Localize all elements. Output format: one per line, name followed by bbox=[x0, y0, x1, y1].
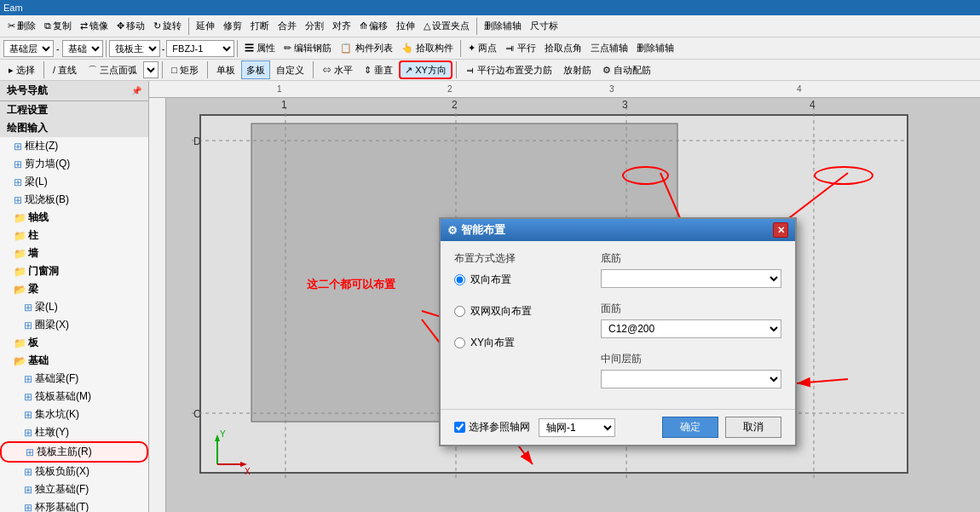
sidebar-item-ring-beam[interactable]: ⊞ 圈梁(X) bbox=[0, 316, 148, 334]
sidebar-item-cup-foundation[interactable]: ⊞ 杯形基础(T) bbox=[0, 498, 148, 512]
sidebar-item-sump[interactable]: ⊞ 集水坑(K) bbox=[0, 406, 148, 423]
smart-layout-dialog[interactable]: ⚙ 智能布置 ✕ 布置方式选择 双向布置 bbox=[439, 217, 797, 446]
sidebar-item-frame-col[interactable]: ⊞ 框柱(Z) bbox=[0, 137, 148, 155]
axis-checkbox-label[interactable]: 选择参照轴网 bbox=[454, 420, 530, 434]
dialog-close-button[interactable]: ✕ bbox=[773, 222, 788, 238]
sidebar-item-project-settings[interactable]: 工程设置 bbox=[0, 101, 148, 119]
cancel-button[interactable]: 取消 bbox=[725, 417, 781, 438]
dialog-body: 布置方式选择 双向布置 双网双向布置 bbox=[441, 241, 795, 409]
col-cap-icon: ⊞ bbox=[24, 427, 32, 439]
extend-btn[interactable]: 延伸 bbox=[192, 18, 219, 34]
sidebar-item-isolated-foundation[interactable]: ⊞ 独立基础(F) bbox=[0, 480, 148, 498]
sump-label: 集水坑(K) bbox=[35, 407, 79, 422]
vertical-btn[interactable]: ⇕ 垂直 bbox=[359, 60, 398, 79]
sidebar-section-opening[interactable]: 📁 门窗洞 bbox=[0, 262, 148, 280]
arc-select[interactable]: ▼ bbox=[143, 61, 159, 78]
dialog-titlebar: ⚙ 智能布置 ✕ bbox=[441, 219, 795, 241]
property-btn[interactable]: ☰ 属性 bbox=[240, 40, 280, 56]
axis-checkbox[interactable] bbox=[454, 422, 465, 433]
axis-select[interactable]: 轴网-1 bbox=[539, 418, 615, 437]
dim-label-btn[interactable]: 尺寸标 bbox=[526, 18, 562, 34]
sidebar-section-axis[interactable]: 📁 轴线 bbox=[0, 209, 148, 227]
set-grip-btn[interactable]: △ 设置夹点 bbox=[419, 18, 474, 34]
sidebar-item-drawing-input[interactable]: 绘图输入 bbox=[0, 119, 148, 137]
beam-label: 梁(L) bbox=[25, 175, 48, 189]
radio-double-input[interactable] bbox=[454, 274, 465, 285]
three-point-axis-btn[interactable]: 三点辅轴 bbox=[586, 40, 632, 56]
dialog-action-buttons: 确定 取消 bbox=[662, 417, 781, 438]
sidebar-section-foundation[interactable]: 📂 基础 bbox=[0, 352, 148, 370]
del-aux-axis-btn[interactable]: 删除辅轴 bbox=[632, 40, 678, 56]
radio-xy-input[interactable] bbox=[454, 337, 465, 348]
edit-rebar-btn[interactable]: ✏ 编辑钢筋 bbox=[280, 40, 336, 56]
merge-btn[interactable]: 合并 bbox=[274, 18, 301, 34]
custom-btn[interactable]: 自定义 bbox=[271, 60, 309, 79]
radio-xy-direction[interactable]: XY向布置 bbox=[454, 336, 591, 350]
layer-select[interactable]: 基础层 bbox=[3, 40, 54, 57]
align-btn[interactable]: 对齐 bbox=[328, 18, 355, 34]
offset-btn[interactable]: ⟰ 偏移 bbox=[355, 18, 392, 34]
multi-slab-btn[interactable]: 多板 bbox=[241, 60, 270, 79]
radio-double-direction[interactable]: 双向布置 bbox=[454, 273, 591, 287]
trim-btn[interactable]: 修剪 bbox=[219, 18, 246, 34]
parallel-edge-btn[interactable]: ⫤ 平行边布置受力筋 bbox=[460, 60, 557, 79]
mirror-btn[interactable]: ⇄ 镜像 bbox=[76, 18, 112, 34]
sidebar-section-slab[interactable]: 📁 板 bbox=[0, 334, 148, 352]
radio-double-net[interactable]: 双网双向布置 bbox=[454, 304, 591, 319]
sep8 bbox=[207, 61, 208, 78]
line-tool[interactable]: / 直线 bbox=[48, 60, 82, 79]
horizontal-btn[interactable]: ⇔ 水平 bbox=[317, 60, 358, 79]
sidebar-section-col[interactable]: 📁 柱 bbox=[0, 227, 148, 244]
break-btn[interactable]: 打断 bbox=[246, 18, 274, 34]
cast-slab-icon: ⊞ bbox=[14, 194, 22, 206]
sidebar-item-shear-wall[interactable]: ⊞ 剪力墙(Q) bbox=[0, 155, 148, 173]
toolbar-row-2: 基础层 - 基础 筏板主筋 - FBZJ-1 ☰ 属性 ✏ 编辑钢筋 📋 构件列… bbox=[0, 37, 980, 60]
rotate-btn[interactable]: ↻ 旋转 bbox=[149, 18, 186, 34]
copy-btn[interactable]: ⧉ 复制 bbox=[40, 18, 76, 34]
radio-double-net-input[interactable] bbox=[454, 306, 465, 317]
sidebar-content: 工程设置 绘图输入 ⊞ 框柱(Z) ⊞ 剪力墙(Q) ⊞ 梁(L) ⊞ 现浇板(… bbox=[0, 101, 148, 512]
sidebar-section-wall[interactable]: 📁 墙 bbox=[0, 244, 148, 262]
face-rebar-select[interactable]: C12@200 bbox=[601, 319, 781, 338]
arc-tool[interactable]: ⌒ 三点面弧 bbox=[83, 60, 142, 79]
split-btn[interactable]: 分割 bbox=[301, 18, 328, 34]
sidebar-item-col-cap[interactable]: ⊞ 柱墩(Y) bbox=[0, 423, 148, 441]
auto-config-btn[interactable]: ⚙ 自动配筋 bbox=[597, 60, 656, 79]
move-btn[interactable]: ✥ 移动 bbox=[112, 18, 149, 34]
face-rebar-label: 面筋 bbox=[601, 302, 781, 316]
sidebar-item-raft-foundation[interactable]: ⊞ 筏板基础(M) bbox=[0, 388, 148, 406]
sidebar-item-raft-neg-rebar[interactable]: ⊞ 筏板负筋(X) bbox=[0, 463, 148, 480]
rect-tool[interactable]: □ 矩形 bbox=[166, 60, 204, 79]
parallel-btn[interactable]: ⫥ 平行 bbox=[501, 40, 540, 56]
sidebar-item-beam-l[interactable]: ⊞ 梁(L) bbox=[0, 298, 148, 316]
xy-direction-btn[interactable]: ↗ XY方向 bbox=[399, 60, 453, 79]
svg-text:D: D bbox=[193, 135, 201, 147]
rebar-select[interactable]: 筏板主筋 bbox=[109, 40, 160, 57]
del-aux-btn[interactable]: 删除辅轴 bbox=[480, 18, 526, 34]
pick-component-btn[interactable]: 👆 拾取构件 bbox=[397, 40, 458, 56]
sidebar-item-foundation-beam[interactable]: ⊞ 基础梁(F) bbox=[0, 370, 148, 388]
delete-btn[interactable]: ✂ 删除 bbox=[3, 18, 40, 34]
stretch-btn[interactable]: 拉伸 bbox=[392, 18, 419, 34]
ruler-label-3: 3 bbox=[609, 84, 614, 94]
rebar-id-select[interactable]: FBZJ-1 bbox=[166, 40, 234, 57]
svg-text:1: 1 bbox=[281, 99, 287, 111]
sidebar-section-beam-group[interactable]: 📂 梁 bbox=[0, 280, 148, 298]
bottom-rebar-select[interactable] bbox=[601, 269, 781, 288]
confirm-button[interactable]: 确定 bbox=[662, 417, 718, 438]
sidebar-item-beam[interactable]: ⊞ 梁(L) bbox=[0, 173, 148, 191]
toolbar-row-3: ▸ 选择 / 直线 ⌒ 三点面弧 ▼ □ 矩形 单板 多板 自定义 ⇔ 水平 ⇕… bbox=[0, 60, 980, 81]
sidebar-item-raft-main-rebar[interactable]: ⊞ 筏板主筋(R) bbox=[0, 441, 148, 463]
frame-col-label: 框柱(Z) bbox=[25, 139, 58, 153]
svg-text:C: C bbox=[193, 408, 201, 420]
two-point-btn[interactable]: ✦ 两点 bbox=[464, 40, 501, 56]
single-slab-btn[interactable]: 单板 bbox=[211, 60, 240, 79]
component-list-btn[interactable]: 📋 构件列表 bbox=[336, 40, 396, 56]
pick-angle-btn[interactable]: 拾取点角 bbox=[540, 40, 586, 56]
type-select[interactable]: 基础 bbox=[62, 40, 103, 57]
cup-foundation-label: 杯形基础(T) bbox=[35, 500, 89, 512]
sidebar-item-cast-slab[interactable]: ⊞ 现浇板(B) bbox=[0, 191, 148, 209]
radial-btn[interactable]: 放射筋 bbox=[558, 60, 597, 79]
select-tool[interactable]: ▸ 选择 bbox=[3, 60, 40, 79]
mid-rebar-select[interactable] bbox=[601, 370, 781, 388]
